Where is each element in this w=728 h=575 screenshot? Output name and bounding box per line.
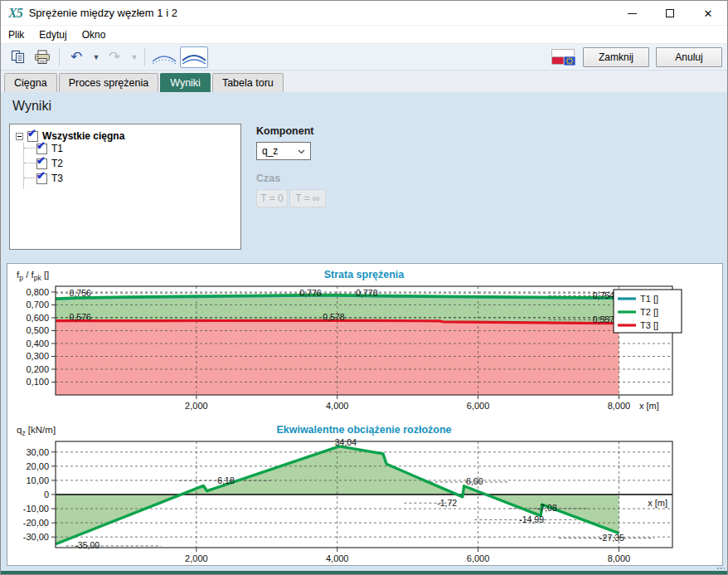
svg-text:6,000: 6,000: [467, 553, 490, 563]
anuluj-button[interactable]: Anuluj: [656, 47, 722, 67]
tab-ciegna[interactable]: Cięgna: [4, 73, 57, 92]
svg-text:0,557: 0,557: [593, 314, 614, 324]
svg-text:0,776: 0,776: [299, 288, 321, 298]
menu-edytuj[interactable]: Edytuj: [32, 27, 74, 43]
close-button[interactable]: ✕: [689, 1, 727, 26]
tab-proces-sprezenia[interactable]: Proces sprężenia: [59, 73, 159, 92]
svg-text:-30,00: -30,00: [23, 532, 49, 542]
svg-text:0,576: 0,576: [70, 312, 91, 322]
tendon-profile-dotted-button[interactable]: [150, 46, 178, 68]
svg-text:-27,35: -27,35: [599, 533, 624, 543]
svg-text:x [m]: x [m]: [639, 401, 659, 411]
svg-text:0,700: 0,700: [26, 300, 49, 309]
app-logo-icon: X5: [8, 6, 22, 21]
check-icon: ✔: [36, 154, 46, 167]
tendon-profile-dotted-icon: [151, 49, 177, 66]
svg-text:0,400: 0,400: [26, 339, 49, 348]
svg-text:0,300: 0,300: [26, 351, 49, 361]
component-select[interactable]: q_z: [256, 142, 311, 160]
tree-item-t3[interactable]: T3: [51, 173, 63, 184]
window-controls: ✕: [613, 1, 727, 26]
title-bar: X5 Sprężenie między węzłem 1 i 2 ✕: [1, 1, 727, 26]
svg-text:6,00: 6,00: [466, 476, 483, 486]
tree-root-label[interactable]: Wszystkie cięgna: [42, 130, 124, 142]
svg-text:x [m]: x [m]: [648, 498, 667, 508]
svg-text:-1,72: -1,72: [437, 498, 457, 508]
svg-text:0,770: 0,770: [356, 288, 377, 298]
svg-text:6,18: 6,18: [217, 475, 235, 485]
tree-collapse-toggle[interactable]: [16, 133, 23, 140]
print-button[interactable]: [31, 46, 54, 68]
redo-icon: ↷: [109, 50, 120, 64]
toolbar-separator: [144, 48, 145, 66]
svg-text:4,000: 4,000: [326, 553, 349, 563]
svg-text:-20,00: -20,00: [23, 518, 49, 528]
svg-text:0,578: 0,578: [323, 312, 344, 322]
svg-text:0,800: 0,800: [26, 287, 49, 297]
svg-text:0,754: 0,754: [593, 290, 614, 300]
svg-text:-10,00: -10,00: [23, 504, 49, 514]
svg-text:10,00: 10,00: [26, 475, 49, 485]
check-icon: ✔: [36, 139, 46, 152]
svg-text:0,100: 0,100: [26, 377, 49, 387]
svg-text:34,04: 34,04: [335, 437, 357, 447]
toolbar-right: Zamknij Anuluj: [551, 44, 722, 71]
svg-text:6,000: 6,000: [467, 401, 490, 411]
loss-of-prestress-chart: 0,1000,2000,3000,4000,5000,6000,7000,800…: [8, 265, 720, 417]
minimize-button[interactable]: [613, 1, 651, 26]
checkbox-t2[interactable]: ✔: [36, 158, 47, 169]
svg-text:8,000: 8,000: [608, 401, 631, 411]
check-icon: ✔: [27, 127, 36, 139]
svg-text:2,000: 2,000: [185, 553, 208, 563]
menu-okno[interactable]: Okno: [75, 27, 114, 43]
svg-text:8,000: 8,000: [608, 553, 631, 563]
close-icon: ✕: [704, 8, 713, 19]
svg-text:4,000: 4,000: [326, 401, 349, 411]
svg-text:0,600: 0,600: [26, 313, 49, 323]
svg-text:T1 []: T1 []: [640, 294, 658, 304]
time-t0-button[interactable]: T = 0: [256, 189, 288, 207]
tab-wyniki[interactable]: Wyniki: [160, 73, 211, 92]
svg-text:0: 0: [44, 490, 49, 499]
chevron-down-icon: ▼: [131, 53, 138, 61]
language-flag-button[interactable]: [551, 49, 576, 66]
redo-button[interactable]: ↷: [103, 46, 126, 68]
svg-text:0,500: 0,500: [26, 325, 49, 335]
svg-text:30,00: 30,00: [26, 447, 49, 457]
svg-text:qz [kN/m]: qz [kN/m]: [17, 425, 56, 437]
checkbox-t3[interactable]: ✔: [36, 173, 47, 184]
chart-ekwiwalentne-obciazenie: -30,00-20,00-10,00010,0020,0030,002,0004…: [8, 420, 721, 573]
svg-text:fp / fpk []: fp / fpk []: [17, 270, 49, 282]
menu-plik[interactable]: Plik: [1, 27, 32, 43]
svg-text:-7,08: -7,08: [537, 503, 557, 513]
svg-text:0,756: 0,756: [70, 288, 91, 298]
tree-connector: [24, 163, 36, 163]
component-label: Komponent: [256, 125, 313, 137]
tendon-profile-button[interactable]: [180, 46, 208, 68]
toolbar: ↶ ▼ ↷ ▼: [1, 44, 727, 71]
poland-eu-flag-icon: [551, 49, 576, 66]
tendon-profile-icon: [181, 49, 207, 66]
window-bottom-accent: [1, 571, 727, 575]
window-title: Sprężenie między węzłem 1 i 2: [29, 7, 177, 19]
time-label: Czas: [256, 173, 280, 184]
time-tinf-button[interactable]: T = ∞: [289, 189, 326, 207]
charts-panel: 0,1000,2000,3000,4000,5000,6000,7000,800…: [7, 263, 723, 566]
copy-button[interactable]: [6, 46, 29, 68]
tree-connector: [23, 143, 24, 188]
equivalent-load-chart: -30,00-20,00-10,00010,0020,0030,002,0004…: [8, 420, 720, 569]
minimize-icon: [628, 13, 637, 14]
undo-dropdown-button[interactable]: ▼: [90, 46, 101, 68]
svg-text:20,00: 20,00: [26, 461, 49, 471]
maximize-button[interactable]: [651, 1, 689, 26]
undo-button[interactable]: ↶: [65, 46, 88, 68]
svg-text:0,200: 0,200: [26, 364, 49, 374]
tree-item-t1[interactable]: T1: [51, 143, 63, 154]
zamknij-button[interactable]: Zamknij: [583, 47, 649, 67]
tab-tabela-toru[interactable]: Tabela toru: [212, 73, 284, 92]
checkbox-t1[interactable]: ✔: [36, 144, 47, 154]
tree-connector: [24, 178, 36, 178]
svg-text:T3 []: T3 []: [640, 320, 658, 330]
tree-item-t2[interactable]: T2: [51, 158, 63, 169]
redo-dropdown-button[interactable]: ▼: [128, 46, 139, 68]
